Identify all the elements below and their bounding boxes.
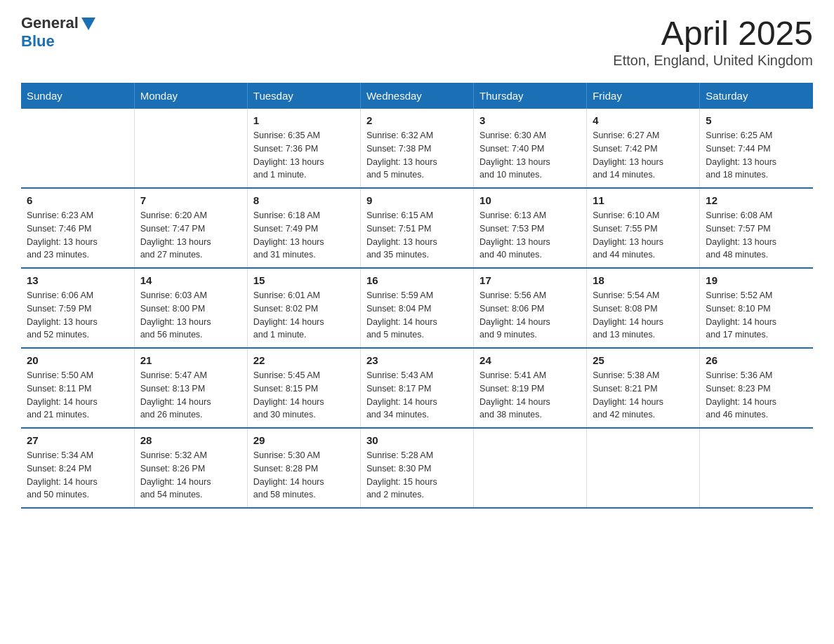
calendar-cell: 20Sunrise: 5:50 AM Sunset: 8:11 PM Dayli… xyxy=(21,348,134,428)
logo-triangle-icon xyxy=(81,18,95,30)
calendar-cell: 16Sunrise: 5:59 AM Sunset: 8:04 PM Dayli… xyxy=(360,268,473,348)
day-number: 10 xyxy=(479,194,581,206)
calendar-cell: 6Sunrise: 6:23 AM Sunset: 7:46 PM Daylig… xyxy=(21,188,134,268)
week-row-5: 27Sunrise: 5:34 AM Sunset: 8:24 PM Dayli… xyxy=(21,428,813,508)
calendar-cell: 26Sunrise: 5:36 AM Sunset: 8:23 PM Dayli… xyxy=(700,348,813,428)
calendar-cell: 13Sunrise: 6:06 AM Sunset: 7:59 PM Dayli… xyxy=(21,268,134,348)
calendar-cell: 4Sunrise: 6:27 AM Sunset: 7:42 PM Daylig… xyxy=(587,109,700,188)
day-header-monday: Monday xyxy=(134,83,247,109)
day-number: 20 xyxy=(27,354,128,366)
day-number: 19 xyxy=(706,274,807,286)
calendar-title: April 2025 xyxy=(613,14,813,53)
day-info: Sunrise: 6:13 AM Sunset: 7:53 PM Dayligh… xyxy=(479,209,581,262)
day-number: 4 xyxy=(593,114,694,126)
calendar-cell: 28Sunrise: 5:32 AM Sunset: 8:26 PM Dayli… xyxy=(134,428,247,508)
day-header-saturday: Saturday xyxy=(700,83,813,109)
day-number: 21 xyxy=(140,354,241,366)
day-info: Sunrise: 6:20 AM Sunset: 7:47 PM Dayligh… xyxy=(140,209,241,262)
calendar-cell: 3Sunrise: 6:30 AM Sunset: 7:40 PM Daylig… xyxy=(474,109,587,188)
day-number: 26 xyxy=(706,354,807,366)
calendar-subtitle: Etton, England, United Kingdom xyxy=(613,53,813,69)
day-info: Sunrise: 6:01 AM Sunset: 8:02 PM Dayligh… xyxy=(253,289,355,342)
day-header-thursday: Thursday xyxy=(474,83,587,109)
day-number: 3 xyxy=(479,114,581,126)
calendar-cell: 27Sunrise: 5:34 AM Sunset: 8:24 PM Dayli… xyxy=(21,428,134,508)
day-info: Sunrise: 6:08 AM Sunset: 7:57 PM Dayligh… xyxy=(706,209,807,262)
day-info: Sunrise: 5:41 AM Sunset: 8:19 PM Dayligh… xyxy=(479,369,581,422)
calendar-cell xyxy=(21,109,134,188)
logo-general-text: General xyxy=(21,14,79,32)
day-number: 8 xyxy=(253,194,355,206)
day-info: Sunrise: 5:59 AM Sunset: 8:04 PM Dayligh… xyxy=(366,289,468,342)
calendar-cell: 17Sunrise: 5:56 AM Sunset: 8:06 PM Dayli… xyxy=(474,268,587,348)
calendar-cell: 24Sunrise: 5:41 AM Sunset: 8:19 PM Dayli… xyxy=(474,348,587,428)
day-number: 22 xyxy=(253,354,355,366)
day-number: 14 xyxy=(140,274,241,286)
page-header: General Blue April 2025 Etton, England, … xyxy=(21,14,813,69)
calendar-cell: 7Sunrise: 6:20 AM Sunset: 7:47 PM Daylig… xyxy=(134,188,247,268)
calendar-body: 1Sunrise: 6:35 AM Sunset: 7:36 PM Daylig… xyxy=(21,109,813,508)
day-number: 29 xyxy=(253,434,355,446)
day-info: Sunrise: 5:54 AM Sunset: 8:08 PM Dayligh… xyxy=(593,289,694,342)
day-info: Sunrise: 6:15 AM Sunset: 7:51 PM Dayligh… xyxy=(366,209,468,262)
day-info: Sunrise: 5:32 AM Sunset: 8:26 PM Dayligh… xyxy=(140,449,241,502)
day-number: 13 xyxy=(27,274,128,286)
day-info: Sunrise: 5:28 AM Sunset: 8:30 PM Dayligh… xyxy=(366,449,468,502)
week-row-3: 13Sunrise: 6:06 AM Sunset: 7:59 PM Dayli… xyxy=(21,268,813,348)
day-info: Sunrise: 5:38 AM Sunset: 8:21 PM Dayligh… xyxy=(593,369,694,422)
day-number: 1 xyxy=(253,114,355,126)
calendar-cell: 22Sunrise: 5:45 AM Sunset: 8:15 PM Dayli… xyxy=(247,348,360,428)
day-number: 12 xyxy=(706,194,807,206)
calendar-cell: 19Sunrise: 5:52 AM Sunset: 8:10 PM Dayli… xyxy=(700,268,813,348)
day-header-tuesday: Tuesday xyxy=(247,83,360,109)
day-info: Sunrise: 5:52 AM Sunset: 8:10 PM Dayligh… xyxy=(706,289,807,342)
calendar-cell: 5Sunrise: 6:25 AM Sunset: 7:44 PM Daylig… xyxy=(700,109,813,188)
calendar-cell: 10Sunrise: 6:13 AM Sunset: 7:53 PM Dayli… xyxy=(474,188,587,268)
calendar-table: SundayMondayTuesdayWednesdayThursdayFrid… xyxy=(21,83,813,509)
day-number: 7 xyxy=(140,194,241,206)
calendar-cell: 23Sunrise: 5:43 AM Sunset: 8:17 PM Dayli… xyxy=(360,348,473,428)
day-header-friday: Friday xyxy=(587,83,700,109)
title-block: April 2025 Etton, England, United Kingdo… xyxy=(613,14,813,69)
day-number: 6 xyxy=(27,194,128,206)
day-number: 15 xyxy=(253,274,355,286)
day-info: Sunrise: 6:35 AM Sunset: 7:36 PM Dayligh… xyxy=(253,129,355,182)
day-number: 25 xyxy=(593,354,694,366)
logo: General Blue xyxy=(21,14,95,51)
calendar-cell xyxy=(134,109,247,188)
logo-blue-text: Blue xyxy=(21,32,55,50)
day-info: Sunrise: 5:45 AM Sunset: 8:15 PM Dayligh… xyxy=(253,369,355,422)
day-number: 17 xyxy=(479,274,581,286)
calendar-cell xyxy=(587,428,700,508)
day-info: Sunrise: 6:30 AM Sunset: 7:40 PM Dayligh… xyxy=(479,129,581,182)
day-number: 24 xyxy=(479,354,581,366)
day-info: Sunrise: 6:06 AM Sunset: 7:59 PM Dayligh… xyxy=(27,289,128,342)
day-info: Sunrise: 6:03 AM Sunset: 8:00 PM Dayligh… xyxy=(140,289,241,342)
calendar-cell: 25Sunrise: 5:38 AM Sunset: 8:21 PM Dayli… xyxy=(587,348,700,428)
calendar-cell: 9Sunrise: 6:15 AM Sunset: 7:51 PM Daylig… xyxy=(360,188,473,268)
calendar-cell: 21Sunrise: 5:47 AM Sunset: 8:13 PM Dayli… xyxy=(134,348,247,428)
day-info: Sunrise: 5:50 AM Sunset: 8:11 PM Dayligh… xyxy=(27,369,128,422)
day-headers-row: SundayMondayTuesdayWednesdayThursdayFrid… xyxy=(21,83,813,109)
calendar-cell: 2Sunrise: 6:32 AM Sunset: 7:38 PM Daylig… xyxy=(360,109,473,188)
day-header-wednesday: Wednesday xyxy=(360,83,473,109)
calendar-cell: 29Sunrise: 5:30 AM Sunset: 8:28 PM Dayli… xyxy=(247,428,360,508)
day-info: Sunrise: 5:43 AM Sunset: 8:17 PM Dayligh… xyxy=(366,369,468,422)
day-info: Sunrise: 6:27 AM Sunset: 7:42 PM Dayligh… xyxy=(593,129,694,182)
day-number: 27 xyxy=(27,434,128,446)
day-number: 30 xyxy=(366,434,468,446)
calendar-cell xyxy=(474,428,587,508)
day-info: Sunrise: 5:36 AM Sunset: 8:23 PM Dayligh… xyxy=(706,369,807,422)
day-number: 28 xyxy=(140,434,241,446)
day-number: 16 xyxy=(366,274,468,286)
day-info: Sunrise: 5:34 AM Sunset: 8:24 PM Dayligh… xyxy=(27,449,128,502)
calendar-cell: 18Sunrise: 5:54 AM Sunset: 8:08 PM Dayli… xyxy=(587,268,700,348)
day-info: Sunrise: 5:56 AM Sunset: 8:06 PM Dayligh… xyxy=(479,289,581,342)
day-number: 11 xyxy=(593,194,694,206)
day-number: 9 xyxy=(366,194,468,206)
week-row-2: 6Sunrise: 6:23 AM Sunset: 7:46 PM Daylig… xyxy=(21,188,813,268)
calendar-cell: 30Sunrise: 5:28 AM Sunset: 8:30 PM Dayli… xyxy=(360,428,473,508)
day-info: Sunrise: 5:30 AM Sunset: 8:28 PM Dayligh… xyxy=(253,449,355,502)
day-number: 18 xyxy=(593,274,694,286)
day-info: Sunrise: 6:23 AM Sunset: 7:46 PM Dayligh… xyxy=(27,209,128,262)
